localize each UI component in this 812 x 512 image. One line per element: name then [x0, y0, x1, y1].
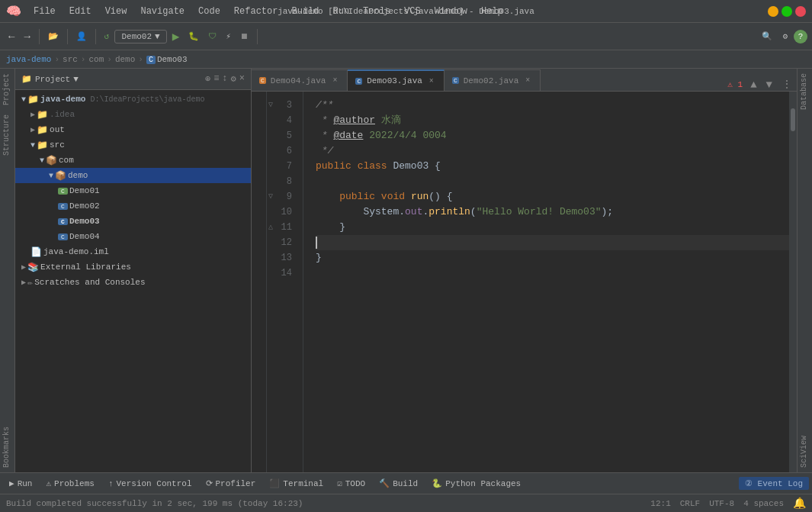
code-line-11: } [316, 220, 789, 235]
toolbar-undo[interactable]: ↺ [101, 29, 114, 43]
vcs-button[interactable]: ↑ Version Control [102, 478, 198, 490]
tab-demo02-close[interactable]: × [523, 76, 532, 85]
run-button[interactable]: ▶ [168, 27, 184, 47]
tab-demo02[interactable]: C Demo02.java × [445, 69, 541, 91]
project-tab[interactable]: Project [0, 69, 14, 110]
build-label: Build [393, 479, 418, 488]
breadcrumb-com[interactable]: com [88, 55, 104, 64]
close-button[interactable]: × [795, 6, 806, 17]
todo-button[interactable]: ☑ TODO [331, 477, 371, 490]
locate-icon[interactable]: ⊕ [205, 73, 210, 85]
database-tab[interactable]: Database [798, 69, 812, 114]
code-content[interactable]: /** * @author 水滴 * @date 2022/4/4 0004 *… [303, 92, 789, 472]
menu-navigate[interactable]: Navigate [137, 5, 188, 18]
structure-tab[interactable]: Structure [0, 110, 14, 160]
debug-button[interactable]: 🐛 [185, 29, 203, 43]
menu-view[interactable]: View [102, 5, 130, 18]
stop-button[interactable]: ⏹ [236, 29, 252, 43]
terminal-icon: ⬛ [269, 478, 280, 488]
code-editor[interactable]: ▽3 4 5 6 7 8 ▽9 10 △11 12 13 14 [252, 92, 797, 472]
code-line-4: * @author 水滴 [316, 113, 789, 128]
run-coverage[interactable]: 🛡 [204, 29, 220, 43]
event-log-button[interactable]: ② Event Log [739, 477, 809, 490]
tab-demo03[interactable]: C Demo03.java × [348, 69, 444, 91]
expand-icon[interactable]: ≡ [213, 73, 219, 85]
tab-demo04-close[interactable]: × [330, 76, 339, 85]
tree-item-iml[interactable]: 📄 java-demo.iml [15, 244, 251, 259]
tree-item-demo04[interactable]: C Demo04 [15, 229, 251, 244]
toolbar-git[interactable]: 👤 [72, 29, 91, 43]
breadcrumb-sep-4: › [138, 55, 143, 64]
indent-settings[interactable]: 4 spaces [743, 499, 784, 508]
problems-button[interactable]: ⚠ Problems [40, 477, 100, 490]
profiler-button[interactable]: ⟳ Profiler [200, 477, 262, 490]
toolbar-open-recent[interactable]: 📂 [44, 29, 63, 43]
toolbar-right-icons: 🔍 ⚙ ? [758, 29, 807, 43]
tree-item-external[interactable]: ▶ 📚 External Libraries [15, 259, 251, 275]
gutter-8 [252, 168, 266, 183]
bookmarks-tab[interactable]: Bookmarks [0, 422, 14, 472]
tree-item-com[interactable]: ▼ 📦 com [15, 153, 251, 168]
search-everywhere[interactable]: 🔍 [758, 29, 776, 43]
breadcrumb-current[interactable]: CDemo03 [146, 55, 188, 64]
menu-file[interactable]: File [30, 5, 59, 18]
scroll-up-icon[interactable]: ▲ [746, 79, 761, 91]
cursor-position[interactable]: 12:1 [650, 499, 670, 508]
editor-scrollbar[interactable] [789, 92, 797, 472]
main-layout: Project Structure Bookmarks 📁 Project ▼ … [0, 69, 812, 472]
tab-demo03-close[interactable]: × [427, 76, 436, 85]
profiler-label: Profiler [216, 479, 256, 488]
sciview-tab[interactable]: SciView [798, 431, 812, 472]
terminal-button[interactable]: ⬛ Terminal [263, 477, 329, 490]
run-profile[interactable]: ⚡ [222, 29, 235, 43]
breadcrumb-root[interactable]: java-demo [6, 55, 51, 64]
settings-icon[interactable]: ⚙ [231, 73, 236, 85]
tree-item-demo01[interactable]: C Demo01 [15, 183, 251, 198]
help-button[interactable]: ? [794, 30, 807, 43]
scroll-down-icon[interactable]: ▼ [762, 79, 777, 91]
window-controls[interactable]: − □ × [768, 6, 806, 17]
panel-dropdown-icon[interactable]: ▼ [73, 75, 79, 84]
sort-icon[interactable]: ↕ [222, 73, 227, 85]
maximize-button[interactable]: □ [782, 6, 792, 17]
tabs-more-icon[interactable]: ⋮ [777, 78, 797, 91]
run-tool-button[interactable]: ▶ Run [3, 477, 38, 490]
code-line-13: } [316, 250, 789, 266]
settings-button[interactable]: ⚙ [778, 29, 791, 43]
gutter-7 [252, 153, 266, 168]
event-log-label: ② Event Log [745, 479, 803, 488]
minimize-button[interactable]: − [768, 6, 778, 17]
panel-close-icon[interactable]: × [239, 73, 245, 85]
encoding[interactable]: UTF-8 [709, 499, 734, 508]
ln-6: 6 [267, 143, 297, 159]
menu-refactor[interactable]: Refactor [231, 5, 281, 18]
build-button[interactable]: 🔨 Build [373, 477, 424, 490]
tree-item-idea[interactable]: ▶ 📁 .idea [15, 107, 251, 122]
run-configuration[interactable]: Demo02 ▼ [114, 30, 166, 43]
bottom-toolbar: ▶ Run ⚠ Problems ↑ Version Control ⟳ Pro… [0, 472, 812, 494]
tree-item-scratches[interactable]: ▶ ✏ Scratches and Consoles [15, 275, 251, 290]
tree-item-demo[interactable]: ▼ 📦 demo [15, 168, 251, 183]
tree-item-demo03[interactable]: C Demo03 [15, 214, 251, 229]
tree-item-out[interactable]: ▶ 📁 out [15, 122, 251, 137]
code-line-9: public void run() { [316, 189, 789, 204]
tree-item-demo02[interactable]: C Demo02 [15, 198, 251, 214]
line-ending[interactable]: CRLF [680, 499, 700, 508]
gutter-10 [252, 198, 266, 214]
menu-code[interactable]: Code [195, 5, 223, 18]
run-tool-label: Run [18, 479, 33, 488]
gutter-4 [252, 107, 266, 122]
tree-item-src[interactable]: ▼ 📁 src [15, 137, 251, 153]
python-packages-button[interactable]: 🐍 Python Packages [425, 477, 527, 490]
toolbar-back[interactable]: ← [5, 28, 18, 45]
tab-demo04[interactable]: C Demo04.java × [252, 69, 348, 91]
toolbar-separator-4 [257, 29, 258, 44]
breadcrumb-demo[interactable]: demo [115, 55, 135, 64]
breadcrumb-src[interactable]: src [63, 55, 78, 64]
tree-item-java-demo[interactable]: ▼ 📁 java-demo D:\IdeaProjects\java-demo [15, 92, 251, 107]
toolbar-forward[interactable]: → [20, 28, 34, 45]
code-line-3: /** [316, 98, 789, 113]
menu-edit[interactable]: Edit [66, 5, 95, 18]
python-icon: 🐍 [432, 478, 442, 488]
run-config-label: Demo02 [121, 32, 152, 41]
